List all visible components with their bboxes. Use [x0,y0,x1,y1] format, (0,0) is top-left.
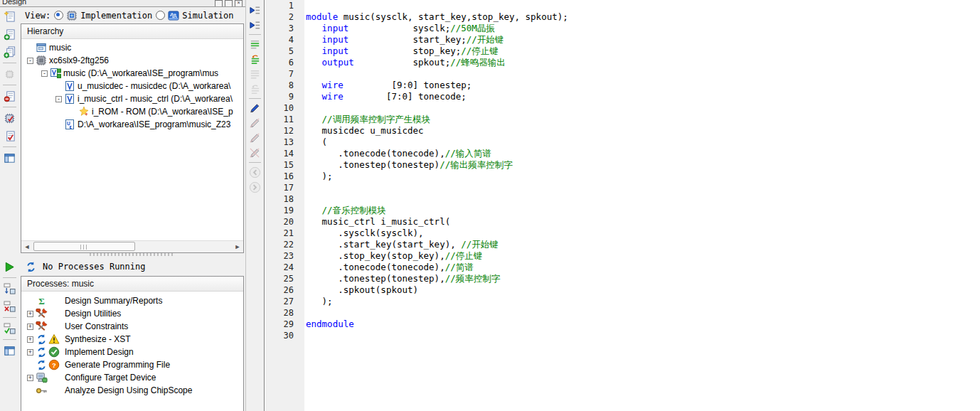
code-line[interactable] [306,193,980,205]
nav-forward-icon[interactable] [247,180,264,194]
code-line[interactable]: .start_key(start_key), //开始键 [306,239,980,250]
process-item[interactable]: ΣDesign Summary/Reports [21,294,243,307]
stop-process-icon[interactable] [1,298,18,315]
expand-toggle-icon[interactable]: - [41,70,48,77]
column-view-icon[interactable] [1,149,18,166]
code-line[interactable]: ); [306,296,980,307]
code-line[interactable]: musicdec u_musicdec [306,125,980,137]
code-line[interactable]: input sysclk;//50M晶振 [306,23,980,34]
expand-spacer [27,362,33,368]
code-line[interactable]: .sysclk(sysclk), [306,228,980,239]
process-item[interactable]: Analyze Design Using ChipScope [21,384,243,397]
code-line[interactable]: .tonecode(tonecode),//输入简谱 [306,148,980,159]
code-line[interactable] [306,330,980,341]
code-line[interactable]: wire [9:0] tonestep; [306,80,980,91]
expand-toggle-icon[interactable]: - [55,96,62,102]
hierarchy-item[interactable]: u_musicdec - musicdec (D:\A_workarea\ [21,80,243,92]
report-check-icon[interactable] [1,127,18,144]
expand-toggle-icon[interactable]: + [27,324,33,330]
scroll-right-arrow-icon[interactable]: ► [232,241,243,252]
code-line[interactable] [306,102,980,114]
code-line[interactable]: music_ctrl i_music_ctrl( [306,216,980,228]
code-line[interactable]: input stop_key;//停止键 [306,46,980,57]
process-item[interactable]: +Implement Design [21,346,243,358]
scroll-thumb[interactable] [33,242,135,251]
expand-toggle-icon[interactable]: + [27,311,33,317]
clear-highlight-disabled-icon[interactable] [247,82,264,96]
line-number: 12 [265,125,304,137]
pen-disabled-3-icon[interactable] [247,146,264,160]
code-line[interactable] [306,182,980,193]
add-source-icon[interactable] [1,26,18,43]
process-item[interactable]: +Configure Target Device [21,371,243,384]
code-line[interactable]: .tonestep(tonestep)//输出频率控制字 [306,159,980,171]
highlight-lines-disabled-icon[interactable] [247,67,264,81]
process-item[interactable]: ?Generate Programming File [21,358,243,371]
hierarchy-item[interactable]: -i_music_ctrl - music_ctrl (D:\A_workare… [21,92,243,105]
dock-window-button[interactable] [225,0,233,7]
code-line[interactable]: ); [306,171,980,182]
scroll-left-arrow-icon[interactable]: ◄ [21,241,33,252]
process-item[interactable]: +Synthesize - XST [21,333,243,346]
process-item-label: Synthesize - XST [65,334,131,344]
panel-splitter[interactable] [19,252,245,257]
code-line[interactable]: .spkout(spkout) [306,284,980,296]
code-line[interactable]: output spkout;//蜂鸣器输出 [306,57,980,68]
implementation-radio[interactable] [54,11,63,20]
next-instance-icon[interactable] [247,18,264,32]
expand-toggle-icon[interactable]: - [27,58,33,64]
line-number: 30 [265,330,304,341]
code-line[interactable]: //调用频率控制字产生模块 [306,114,980,125]
process-item[interactable]: +User Constraints [21,320,243,333]
expand-toggle-icon[interactable]: + [27,336,33,343]
pen-disabled-2-icon[interactable] [247,131,264,145]
view-option-simulation[interactable]: Simulation [156,10,233,21]
close-window-button[interactable]: × [235,0,243,7]
process-item[interactable]: +Design Utilities [21,307,243,320]
pen-disabled-1-icon[interactable] [247,116,264,130]
code-line[interactable]: wire [7:0] tonecode; [306,91,980,102]
code-line[interactable]: .tonecode(tonecode),//简谱 [306,262,980,273]
design-check-icon[interactable] [1,110,18,127]
clear-highlight-icon[interactable] [247,52,264,66]
code-editor[interactable]: 1234567891011121314151617181920212223242… [265,0,980,411]
code-line[interactable] [306,68,980,80]
add-copy-source-icon[interactable] [1,43,18,60]
code-line[interactable]: endmodule [306,319,980,330]
expand-toggle-icon[interactable]: + [27,375,33,381]
code-line[interactable]: module music(sysclk, start_key,stop_key,… [306,11,980,23]
code-area[interactable]: module music(sysclk, start_key,stop_key,… [306,0,980,341]
rerun-all-icon[interactable] [1,320,18,337]
hierarchy-item[interactable]: -music (D:\A_workarea\ISE_program\mus [21,67,243,80]
processes-panel: Processes: music ΣDesign Summary/Reports… [21,276,244,411]
prev-instance-icon[interactable] [247,3,264,17]
nav-back-icon[interactable] [247,165,264,179]
run-process-icon[interactable] [1,258,18,275]
code-line[interactable]: input start_key;//开始键 [306,34,980,46]
remove-source-icon[interactable] [1,87,18,105]
process-item-label: Analyze Design Using ChipScope [65,385,192,395]
code-line[interactable] [306,307,980,319]
simulation-radio[interactable] [156,11,165,20]
new-source-icon[interactable] [1,8,18,25]
new-core-icon[interactable] [1,65,18,82]
hierarchy-item[interactable]: -xc6slx9-2ftg256 [21,54,243,67]
hierarchy-item[interactable]: D:\A_workarea\ISE_program\music_Z23 [21,118,243,131]
highlight-lines-icon[interactable] [247,37,264,51]
expand-toggle-icon[interactable]: + [27,349,33,356]
column-view2-icon[interactable] [1,342,18,359]
hierarchy-item-label: music [49,43,71,53]
hierarchy-hscrollbar[interactable]: ◄ ► [21,240,243,252]
bookmark-pen-icon[interactable] [247,101,264,115]
toolbar-separator [249,34,261,35]
hierarchy-item[interactable]: i_ROM - ROM (D:\A_workarea\ISE_p [21,105,243,118]
float-window-button[interactable] [215,0,223,7]
rerun-process-icon[interactable] [1,280,18,297]
code-line[interactable]: .tonestep(tonestep),//频率控制字 [306,273,980,284]
hierarchy-item[interactable]: music [21,41,243,54]
view-option-implementation[interactable]: Implementation [54,10,152,21]
code-line[interactable]: ( [306,137,980,148]
code-line[interactable] [306,0,980,11]
code-line[interactable]: //音乐控制模块 [306,205,980,216]
code-line[interactable]: .stop_key(stop_key),//停止键 [306,250,980,262]
